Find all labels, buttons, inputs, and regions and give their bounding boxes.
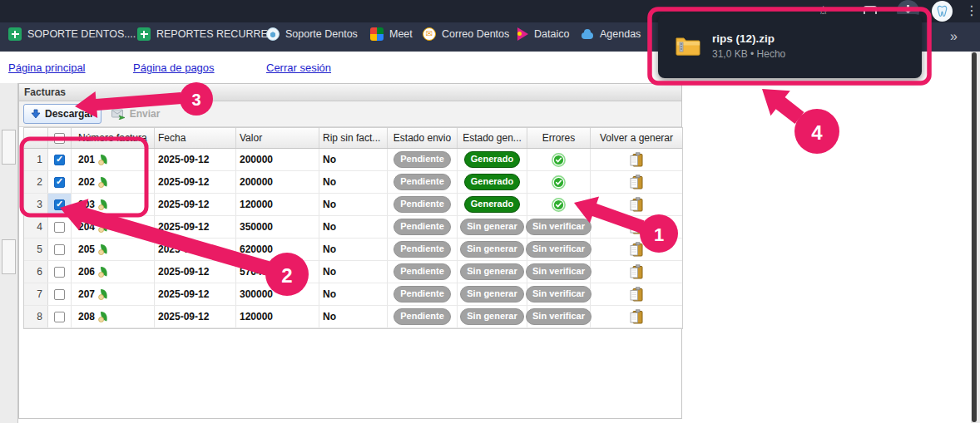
meet-icon	[370, 27, 384, 41]
tooth-logo-icon	[936, 5, 948, 17]
clipboard-icon	[630, 219, 643, 234]
row-number: 1	[24, 149, 48, 170]
checkbox-cell	[48, 171, 72, 193]
scrollbar-thumb[interactable]	[972, 52, 977, 422]
estado-gen-cell: Sin generar	[458, 239, 527, 260]
row-checkbox[interactable]	[54, 312, 65, 322]
bookmark-item[interactable]: Agendas	[581, 27, 641, 41]
table-row[interactable]: 32032025-09-12120000NoPendienteGenerado	[24, 194, 682, 216]
errores-badge: Sin verificar	[526, 241, 591, 257]
errores-badge: Sin verificar	[526, 286, 591, 302]
row-checkbox[interactable]	[54, 177, 65, 188]
estado-gen-cell: Sin generar	[458, 261, 527, 283]
invoice-date: 2025-09-12	[155, 239, 236, 260]
invoice-date: 2025-09-12	[155, 149, 236, 170]
descargar-button[interactable]: Descargar	[23, 104, 101, 124]
estado-envio-cell: Pendiente	[388, 239, 458, 260]
header-estado-envio[interactable]: Estado envio	[388, 128, 458, 148]
table-row[interactable]: 72072025-09-12300000NoPendienteSin gener…	[24, 283, 682, 306]
regenerate-button[interactable]	[591, 261, 682, 283]
browser-menu-icon[interactable]: ⋮	[965, 2, 978, 18]
invoice-number: 203	[78, 199, 95, 210]
errores-cell	[527, 149, 591, 170]
regenerate-button[interactable]	[591, 171, 682, 193]
mail-icon: ✉	[423, 27, 436, 41]
row-checkbox[interactable]	[54, 155, 65, 165]
table-row[interactable]: 22022025-09-12200000NoPendienteGenerado	[24, 171, 682, 194]
row-number: 2	[24, 171, 48, 193]
regenerate-button[interactable]	[591, 149, 682, 170]
bookmark-item[interactable]: Dataico	[517, 27, 569, 41]
header-numero-factura[interactable]: Número factura	[72, 128, 155, 148]
header-volver-a-generar[interactable]: Volver a generar	[591, 128, 682, 148]
facturas-grid: Número factura Fecha Valor Rip sin fact.…	[23, 127, 683, 329]
estado-envio-badge: Pendiente	[393, 219, 451, 234]
regenerate-button[interactable]	[591, 283, 682, 305]
bookmark-item[interactable]: Soporte Dentos	[266, 27, 358, 41]
checkbox-cell	[48, 306, 72, 327]
header-errores[interactable]: Errores	[527, 128, 591, 148]
header-rownum	[24, 128, 48, 148]
table-row[interactable]: 52052025-09-12620000NoPendienteSin gener…	[24, 239, 682, 261]
invoice-value: 620000	[236, 239, 319, 260]
row-checkbox[interactable]	[54, 199, 65, 210]
download-filename: rips (12).zip	[712, 32, 785, 45]
invoice-date: 2025-09-12	[155, 261, 236, 283]
invoice-number: 206	[78, 266, 95, 278]
row-checkbox[interactable]	[54, 267, 65, 278]
bookmark-item[interactable]: Meet	[370, 27, 413, 41]
invoice-number: 201	[78, 154, 95, 165]
table-row[interactable]: 62062025-09-12576400NoPendienteSin gener…	[24, 261, 682, 283]
send-mail-icon	[111, 109, 126, 120]
header-valor[interactable]: Valor	[236, 128, 319, 148]
facturas-panel: Facturas Descargar Enviar Nú	[18, 83, 682, 419]
strip-box	[2, 239, 16, 274]
dataico-leaf-icon	[98, 266, 109, 278]
bookmark-item[interactable]: SOPORTE DENTOS....	[8, 27, 136, 41]
row-checkbox[interactable]	[54, 222, 65, 233]
regenerate-button[interactable]	[591, 239, 682, 260]
vertical-scrollbar[interactable]	[971, 52, 980, 423]
estado-gen-badge: Sin generar	[460, 219, 524, 234]
bookmark-item[interactable]: ✉Correo Dentos	[423, 27, 509, 41]
estado-gen-badge: Sin generar	[460, 263, 524, 279]
regenerate-button[interactable]	[591, 306, 682, 327]
checkbox-cell	[48, 261, 72, 283]
header-rip-sin-fact[interactable]: Rip sin fact...	[319, 128, 388, 148]
checkbox-cell	[48, 283, 72, 305]
checkbox-cell	[48, 239, 72, 260]
rip-sin-fact: No	[319, 239, 388, 260]
table-row[interactable]: 12012025-09-12200000NoPendienteGenerado	[24, 149, 682, 171]
row-checkbox[interactable]	[54, 244, 65, 255]
invoice-value: 120000	[236, 306, 319, 327]
estado-gen-badge: Sin generar	[460, 308, 524, 324]
profile-avatar[interactable]	[932, 1, 953, 22]
row-number: 4	[24, 216, 48, 238]
table-row[interactable]: 42042025-09-12350000NoPendienteSin gener…	[24, 216, 682, 239]
dataico-leaf-icon	[98, 221, 109, 233]
header-fecha[interactable]: Fecha	[155, 128, 236, 148]
bookmark-item[interactable]: REPORTES RECURRE...	[137, 27, 276, 41]
checkbox-cell	[48, 194, 72, 215]
regenerate-button[interactable]	[591, 194, 682, 215]
ok-check-icon	[552, 198, 566, 212]
row-checkbox[interactable]	[54, 289, 65, 300]
nav-link-pagina-de-pagos[interactable]: Página de pagos	[133, 61, 215, 74]
select-all-checkbox[interactable]	[54, 133, 65, 144]
nav-link-pagina-principal[interactable]: Página principal	[8, 61, 86, 74]
nav-link-cerrar-sesion[interactable]: Cerrar sesión	[266, 61, 331, 74]
download-popup-item[interactable]: rips (12).zip 31,0 KB • Hecho	[658, 14, 922, 78]
table-row[interactable]: 82082025-09-12120000NoPendienteSin gener…	[24, 306, 682, 328]
regenerate-button[interactable]	[591, 216, 682, 238]
header-estado-gen[interactable]: Estado gen...	[458, 128, 527, 148]
rip-sin-fact: No	[319, 149, 388, 170]
bookmarks-overflow-chevron[interactable]: »	[950, 29, 958, 44]
header-select-all[interactable]	[48, 128, 72, 148]
ok-check-icon	[552, 175, 566, 189]
clipboard-icon	[630, 197, 643, 212]
enviar-button[interactable]: Enviar	[108, 105, 164, 123]
estado-gen-badge: Generado	[464, 196, 520, 212]
bookmark-label: REPORTES RECURRE...	[156, 28, 276, 40]
left-collapsed-panel[interactable]	[0, 83, 18, 423]
rip-sin-fact: No	[319, 283, 388, 305]
